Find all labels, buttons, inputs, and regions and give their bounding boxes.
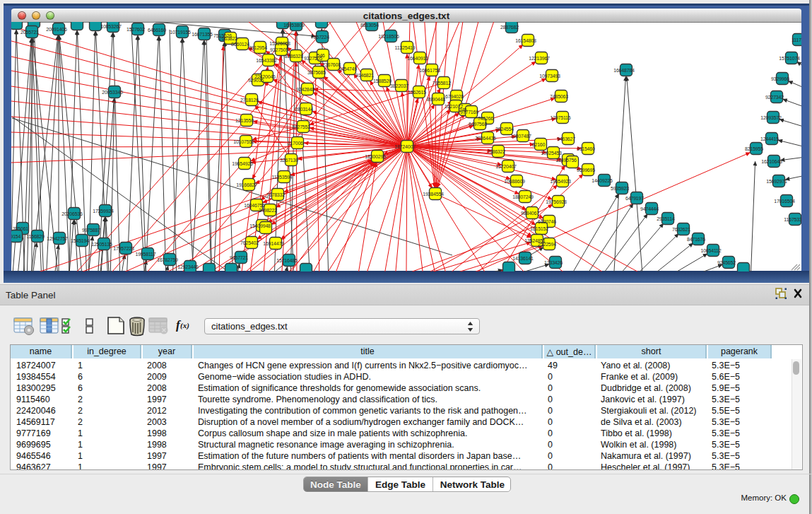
svg-text:19384554: 19384554 <box>423 192 444 197</box>
svg-text:8813054: 8813054 <box>360 23 379 28</box>
svg-text:7625402: 7625402 <box>240 240 259 245</box>
svg-text:9777169: 9777169 <box>460 110 478 115</box>
svg-text:6794028: 6794028 <box>445 94 464 99</box>
svg-text:9975887: 9975887 <box>82 228 100 233</box>
svg-text:335061: 335061 <box>13 226 28 231</box>
svg-text:11353594: 11353594 <box>271 175 292 180</box>
svg-text:16640910: 16640910 <box>407 56 428 61</box>
svg-text:1588520: 1588520 <box>373 78 392 83</box>
svg-text:3498222: 3498222 <box>259 208 277 213</box>
svg-text:6466160: 6466160 <box>148 28 166 33</box>
svg-text:8427552: 8427552 <box>292 124 310 129</box>
svg-text:18300295: 18300295 <box>365 154 386 159</box>
svg-text:20091406: 20091406 <box>46 27 67 32</box>
svg-text:9327505: 9327505 <box>270 47 288 52</box>
svg-text:16671355: 16671355 <box>192 32 213 37</box>
svg-text:16543382: 16543382 <box>256 58 277 63</box>
svg-text:17359924: 17359924 <box>93 209 114 214</box>
svg-text:2803144: 2803144 <box>295 107 313 112</box>
svg-text:12942757: 12942757 <box>47 236 68 241</box>
svg-text:10107552: 10107552 <box>233 139 254 144</box>
svg-text:15692971: 15692971 <box>766 179 787 184</box>
svg-text:8471676: 8471676 <box>687 237 705 242</box>
svg-text:1733426: 1733426 <box>544 260 563 265</box>
svg-text:16914479: 16914479 <box>263 241 284 246</box>
svg-text:20206536: 20206536 <box>61 211 83 216</box>
svg-text:9115460: 9115460 <box>577 146 595 151</box>
svg-text:19166827: 19166827 <box>236 182 257 187</box>
svg-text:3912954: 3912954 <box>249 45 267 50</box>
svg-text:12093572: 12093572 <box>760 115 782 120</box>
svg-text:17957223: 17957223 <box>113 246 134 251</box>
svg-text:12975115: 12975115 <box>550 115 570 120</box>
svg-text:12505135: 12505135 <box>91 242 112 247</box>
svg-text:7632621: 7632621 <box>672 227 690 232</box>
svg-text:9329966: 9329966 <box>771 76 789 81</box>
svg-text:1545194: 1545194 <box>71 238 89 243</box>
svg-text:10025453: 10025453 <box>541 151 562 156</box>
svg-text:9146821: 9146821 <box>355 73 374 78</box>
svg-text:9474444: 9474444 <box>640 206 659 211</box>
svg-text:(x): (x) <box>180 321 189 330</box>
svg-text:1615152: 1615152 <box>530 226 548 231</box>
svg-text:9245652: 9245652 <box>717 260 736 265</box>
svg-text:18807249: 18807249 <box>512 194 534 199</box>
svg-text:12923446: 12923446 <box>177 264 199 269</box>
svg-text:16210643: 16210643 <box>761 159 782 164</box>
svg-text:10688609: 10688609 <box>504 179 525 184</box>
svg-text:3267130: 3267130 <box>280 158 298 163</box>
svg-text:1527602: 1527602 <box>126 27 145 32</box>
svg-text:15720407: 15720407 <box>495 164 517 169</box>
svg-text:9884067: 9884067 <box>521 211 539 216</box>
svg-text:9227342: 9227342 <box>765 95 784 100</box>
svg-text:546: 546 <box>317 53 324 58</box>
svg-text:9457721: 9457721 <box>230 255 248 260</box>
svg-text:7857224: 7857224 <box>311 35 329 40</box>
svg-text:8660124: 8660124 <box>231 42 249 47</box>
svg-text:10807487: 10807487 <box>510 134 531 139</box>
svg-text:2055721: 2055721 <box>20 30 39 35</box>
svg-text:2522594: 2522594 <box>538 242 556 247</box>
svg-text:18724007: 18724007 <box>394 144 416 149</box>
svg-text:6120746: 6120746 <box>538 219 556 224</box>
svg-text:117006: 117006 <box>288 141 303 146</box>
svg-text:2887682: 2887682 <box>500 25 519 30</box>
svg-text:11325419: 11325419 <box>394 45 415 50</box>
svg-text:1156829: 1156829 <box>26 234 45 239</box>
svg-text:9463627: 9463627 <box>557 136 575 141</box>
svg-text:14136141: 14136141 <box>512 256 534 261</box>
svg-text:16782759: 16782759 <box>157 257 178 262</box>
svg-text:3875685: 3875685 <box>307 70 326 75</box>
svg-text:8990448: 8990448 <box>427 97 445 102</box>
svg-text:39154: 39154 <box>11 234 21 239</box>
svg-text:6497568: 6497568 <box>469 122 487 127</box>
svg-text:9699695: 9699695 <box>577 168 595 173</box>
svg-text:15716485: 15716485 <box>276 258 298 263</box>
svg-text:7485063: 7485063 <box>550 94 568 99</box>
svg-text:1562615: 1562615 <box>408 90 426 95</box>
svg-text:7663822: 7663822 <box>219 36 237 41</box>
svg-text:6479197: 6479197 <box>625 196 644 201</box>
svg-text:16154808: 16154808 <box>515 38 536 43</box>
svg-text:12213967: 12213967 <box>529 56 550 61</box>
svg-text:14409225: 14409225 <box>592 178 613 183</box>
svg-text:15751074: 15751074 <box>779 56 800 61</box>
svg-text:15409948: 15409948 <box>249 223 271 228</box>
svg-text:1213550: 1213550 <box>235 118 254 123</box>
svg-text:3678332: 3678332 <box>266 192 285 197</box>
svg-text:8454749: 8454749 <box>339 66 357 71</box>
svg-text:10853267: 10853267 <box>100 24 122 29</box>
svg-text:16046756: 16046756 <box>244 203 265 208</box>
svg-text:2718126: 2718126 <box>240 98 259 103</box>
svg-text:16053809: 16053809 <box>283 23 305 28</box>
svg-text:18495756: 18495756 <box>555 158 577 163</box>
svg-text:62160: 62160 <box>532 142 546 147</box>
svg-text:7955812: 7955812 <box>433 81 451 86</box>
svg-text:10654112: 10654112 <box>700 248 721 253</box>
svg-text:1167533: 1167533 <box>784 217 801 222</box>
svg-text:19958117: 19958117 <box>135 252 155 257</box>
svg-text:15226058: 15226058 <box>269 41 290 46</box>
svg-text:8186328: 8186328 <box>285 54 303 59</box>
svg-text:1244415: 1244415 <box>760 136 779 141</box>
svg-text:1117: 1117 <box>792 37 801 42</box>
